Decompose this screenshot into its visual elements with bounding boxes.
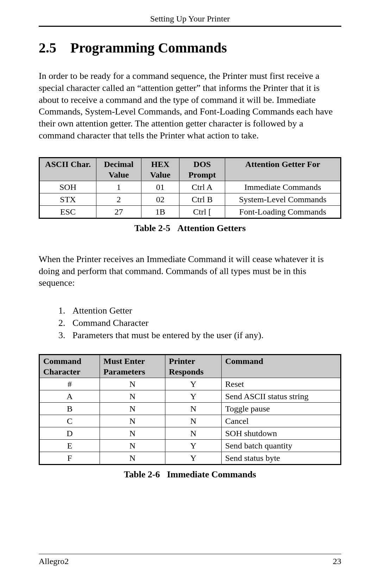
t2-r0c0: # [39,378,100,390]
list-num-3: 3. [58,329,72,341]
t2-h0: Command Character [39,355,100,378]
t2-h2: Printer Responds [165,355,222,378]
t1-r0c2: 01 [141,181,179,193]
t1-r1c4: System-Level Commands [225,193,341,205]
t2-r6c3: Send status byte [222,452,341,465]
table2-caption-title: Immediate Commands [167,469,256,479]
footer-rule [39,554,341,554]
table-row: F N Y Send status byte [39,452,341,465]
t2-r0c1: N [100,378,165,390]
section-number: 2.5 [39,39,70,56]
section-title: Programming Commands [70,39,227,56]
t2-r2c1: N [100,403,165,415]
intro-paragraph: In order to be ready for a command seque… [39,70,341,142]
table-row: SOH 1 01 Ctrl A Immediate Commands [39,181,341,193]
table-row: E N Y Send batch quantity [39,440,341,452]
table-row: STX 2 02 Ctrl B System-Level Commands [39,193,341,205]
t2-r6c2: Y [165,452,222,465]
immediate-commands-table: Command Character Must Enter Parameters … [39,354,341,465]
list-item: 3.Parameters that must be entered by the… [58,329,341,341]
t2-r2c3: Toggle pause [222,403,341,415]
t2-r3c1: N [100,415,165,427]
t2-r1c3: Send ASCII status string [222,390,341,403]
t2-r5c2: Y [165,440,222,452]
t1-r2c2: 1B [141,205,179,218]
t1-r1c1: 2 [96,193,141,205]
sequence-list: 1.Attention Getter 2.Command Character 3… [58,304,341,341]
t2-r0c2: Y [165,378,222,390]
header-rule [39,26,341,27]
t1-r0c1: 1 [96,181,141,193]
footer-left: Allegro2 [39,557,69,566]
t2-r6c1: N [100,452,165,465]
list-item: 2.Command Character [58,317,341,329]
t2-r4c3: SOH shutdown [222,427,341,440]
running-head: Setting Up Your Printer [39,14,341,26]
t1-r0c0: SOH [39,181,96,193]
t2-r5c3: Send batch quantity [222,440,341,452]
t2-h1: Must Enter Parameters [100,355,165,378]
t2-r2c0: B [39,403,100,415]
table1-caption: Table 2-5Attention Getters [39,223,341,234]
table-row: C N N Cancel [39,415,341,427]
t2-r3c3: Cancel [222,415,341,427]
t2-r5c0: E [39,440,100,452]
t1-r1c3: Ctrl B [179,193,225,205]
t1-r0c3: Ctrl A [179,181,225,193]
t2-r1c1: N [100,390,165,403]
attention-getters-table: ASCII Char. Decimal Value HEX Value DOS … [39,157,341,219]
section-heading: 2.5 Programming Commands [39,39,341,56]
t2-r1c0: A [39,390,100,403]
table-row: ESC 27 1B Ctrl [ Font-Loading Commands [39,205,341,218]
t1-r0c4: Immediate Commands [225,181,341,193]
table1-caption-title: Attention Getters [177,223,246,233]
table-row: D N N SOH shutdown [39,427,341,440]
t1-r2c4: Font-Loading Commands [225,205,341,218]
list-text-2: Command Character [72,317,148,329]
t2-h3: Command [222,355,341,378]
t2-r1c2: Y [165,390,222,403]
list-text-1: Attention Getter [72,304,132,317]
t2-r3c2: N [165,415,222,427]
t2-r2c2: N [165,403,222,415]
t1-r2c3: Ctrl [ [179,205,225,218]
t2-r4c0: D [39,427,100,440]
table2-caption: Table 2-6Immediate Commands [39,469,341,480]
table-row: # N Y Reset [39,378,341,390]
t1-r1c2: 02 [141,193,179,205]
table2-caption-label: Table 2-6 [124,469,160,479]
footer-right: 23 [333,557,341,566]
list-text-3: Parameters that must be entered by the u… [72,329,264,341]
t1-h0: ASCII Char. [39,157,96,181]
table-row: B N N Toggle pause [39,403,341,415]
table1-caption-label: Table 2-5 [134,223,170,233]
sequence-paragraph: When the Printer receives an Immediate C… [39,253,341,289]
list-item: 1.Attention Getter [58,304,341,317]
t1-r2c0: ESC [39,205,96,218]
t1-h2: HEX Value [141,157,179,181]
t1-h4: Attention Getter For [225,157,341,181]
page-footer: Allegro2 23 [39,557,341,566]
t2-r6c0: F [39,452,100,465]
list-num-1: 1. [58,304,72,317]
t1-h3: DOS Prompt [179,157,225,181]
t1-h1: Decimal Value [96,157,141,181]
t2-r0c3: Reset [222,378,341,390]
t2-r4c1: N [100,427,165,440]
t1-r1c0: STX [39,193,96,205]
t2-r4c2: N [165,427,222,440]
t2-r3c0: C [39,415,100,427]
list-num-2: 2. [58,317,72,329]
table-row: A N Y Send ASCII status string [39,390,341,403]
t2-r5c1: N [100,440,165,452]
t1-r2c1: 27 [96,205,141,218]
